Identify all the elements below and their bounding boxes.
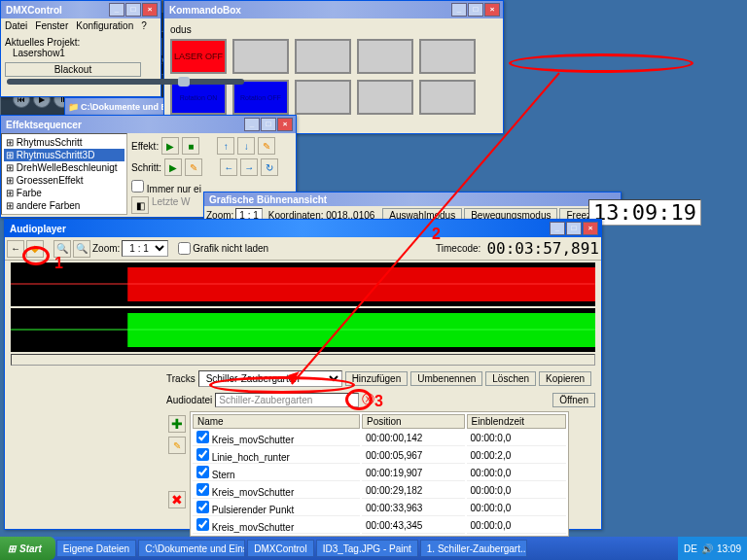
prev-icon[interactable]: ← (220, 158, 237, 176)
row-checkbox[interactable] (196, 466, 209, 478)
menu-datei[interactable]: Datei (5, 20, 27, 31)
row-checkbox[interactable] (196, 448, 209, 461)
maximize-button[interactable]: □ (566, 222, 582, 235)
next-icon[interactable]: → (240, 158, 258, 176)
task-item[interactable]: ID3_Tag.JPG - Paint (316, 540, 418, 557)
row-checkbox[interactable] (196, 483, 209, 496)
col-name[interactable]: Name (193, 414, 360, 429)
effect-tree[interactable]: RhytmusSchritt RhytmusSchritt3D DrehWell… (1, 133, 127, 215)
delete-icon[interactable]: ✖ (168, 491, 186, 508)
kopieren-button[interactable]: Kopieren (539, 371, 591, 386)
offnen-button[interactable]: Öffnen (552, 393, 595, 407)
col-position[interactable]: Position (362, 414, 464, 429)
hinzufugen-button[interactable]: Hinzufügen (345, 371, 409, 386)
menu-fenster[interactable]: Fenster (35, 20, 68, 31)
slot-button[interactable] (357, 39, 413, 74)
close-button[interactable]: × (142, 3, 158, 17)
slot-button[interactable] (357, 80, 413, 115)
minimize-button[interactable]: _ (109, 3, 124, 17)
audiodatei-input[interactable] (215, 393, 359, 407)
loschen-button[interactable]: Löschen (485, 371, 536, 386)
tree-item[interactable]: andere Farben (4, 199, 124, 212)
grafische-titlebar[interactable]: Grafische Bühnenansicht (204, 192, 621, 206)
waveform-bottom[interactable] (11, 308, 595, 352)
close-button[interactable]: × (583, 222, 598, 235)
effektseq-titlebar[interactable]: Effektsequencer _ □ × (1, 116, 296, 133)
close-button[interactable]: × (484, 3, 500, 17)
tree-item[interactable]: GroessenEffekt (4, 174, 124, 187)
edit-icon[interactable]: ✎ (185, 158, 202, 176)
grafik-checkbox[interactable] (178, 242, 191, 255)
kommandobox-titlebar[interactable]: KommandoBox _ □ × (164, 1, 503, 18)
menu-help[interactable]: ? (141, 20, 147, 31)
left-icon[interactable]: ← (7, 240, 24, 258)
effekt-label: Effekt: (131, 141, 159, 152)
lang-indicator[interactable]: DE (684, 543, 697, 554)
down-icon[interactable]: ↓ (237, 137, 255, 155)
immer-checkbox[interactable] (131, 180, 144, 192)
btn[interactable]: ◧ (131, 196, 149, 214)
zoom-in-icon[interactable]: 🔍 (53, 240, 71, 258)
play-icon[interactable]: ▶ (164, 158, 182, 176)
table-row[interactable]: Linie_hoch_runter00:00:05,96700:00:2,0 (193, 448, 566, 464)
edit-icon[interactable]: ✎ (168, 437, 186, 454)
waveform-top[interactable] (11, 262, 595, 306)
table-row[interactable]: Kreis_movSchutter00:00:00,14200:00:0,0 (193, 431, 566, 446)
task-item[interactable]: 1. Schiller-Zaubergart... (420, 540, 527, 557)
loop-icon[interactable]: ↻ (261, 158, 278, 176)
task-item[interactable]: C:\Dokumente und Eins... (138, 540, 245, 557)
add-icon[interactable]: ✚ (168, 415, 186, 433)
marker-icon[interactable]: ◆ (26, 240, 44, 258)
maximize-button[interactable]: □ (261, 118, 276, 131)
clear-icon[interactable]: ⓧ (362, 391, 374, 408)
minimize-button[interactable]: _ (244, 118, 260, 131)
zoom-select[interactable]: 1 : 1 (122, 240, 168, 257)
tree-item[interactable]: RhytmusSchritt3D (4, 149, 124, 161)
table-row[interactable]: Kreis_movSchutter00:00:29,18200:00:0,0 (193, 483, 566, 499)
slot-button[interactable] (295, 80, 351, 115)
menu-konfiguration[interactable]: Konfiguration (76, 20, 133, 31)
table-row[interactable]: Stern00:00:19,90700:00:0,0 (193, 466, 566, 481)
tree-item[interactable]: Farbe (4, 187, 124, 199)
edit-icon[interactable]: ✎ (258, 137, 275, 155)
task-item[interactable]: Eigene Dateien (56, 540, 136, 557)
tree-item[interactable]: DrehWelleBeschleunigt (4, 161, 124, 174)
maximize-button[interactable]: □ (468, 3, 483, 17)
blackout-button[interactable]: Blackout (5, 62, 141, 77)
slot-button[interactable] (232, 39, 289, 74)
tab-label[interactable]: odus (168, 22, 499, 37)
minimize-button[interactable]: _ (451, 3, 467, 17)
tracks-select[interactable]: Schiller-Zaubergarten (198, 370, 342, 387)
zoom-out-icon[interactable]: 🔍 (73, 240, 90, 258)
col-einblendzeit[interactable]: Einblendzeit (467, 414, 566, 429)
play-icon[interactable]: ▶ (161, 137, 179, 155)
maximize-button[interactable]: □ (125, 3, 141, 17)
rotation-off-button[interactable]: Rotation OFF (232, 80, 289, 115)
stop-icon[interactable]: ■ (182, 137, 199, 155)
seek-slider[interactable] (7, 79, 244, 85)
scrollbar[interactable] (11, 354, 595, 366)
tree-item[interactable]: RhytmusSchritt (4, 136, 124, 149)
start-button[interactable]: ⊞Start (0, 537, 55, 560)
task-item[interactable]: DMXControl (247, 540, 313, 557)
tracks-label: Tracks (166, 373, 196, 384)
project-name: Lasershow1 (5, 48, 157, 58)
row-checkbox[interactable] (196, 431, 209, 443)
slot-button[interactable] (419, 39, 476, 74)
audioplayer-titlebar[interactable]: Audioplayer _ □ × (5, 220, 601, 237)
minimize-button[interactable]: _ (550, 222, 565, 235)
grafik-label: Grafik nicht laden (193, 243, 268, 254)
up-icon[interactable]: ↑ (217, 137, 234, 155)
row-checkbox[interactable] (196, 518, 209, 531)
dmxcontrol-titlebar[interactable]: DMXControl _ □ × (1, 1, 160, 18)
umbenennen-button[interactable]: Umbenennen (410, 371, 482, 386)
table-row[interactable]: Kreis_movSchutter00:00:43,34500:00:0,0 (193, 518, 566, 534)
slot-button[interactable] (419, 80, 476, 115)
slot-button[interactable] (295, 39, 351, 74)
table-row[interactable]: Pulsierender Punkt00:00:33,96300:00:0,0 (193, 501, 566, 516)
laser-off-button[interactable]: LASER OFF (170, 39, 227, 74)
timecode-label: Timecode: (436, 243, 480, 254)
system-tray[interactable]: DE 🔊 13:09 (678, 537, 747, 560)
row-checkbox[interactable] (196, 501, 209, 513)
close-button[interactable]: × (277, 118, 293, 131)
